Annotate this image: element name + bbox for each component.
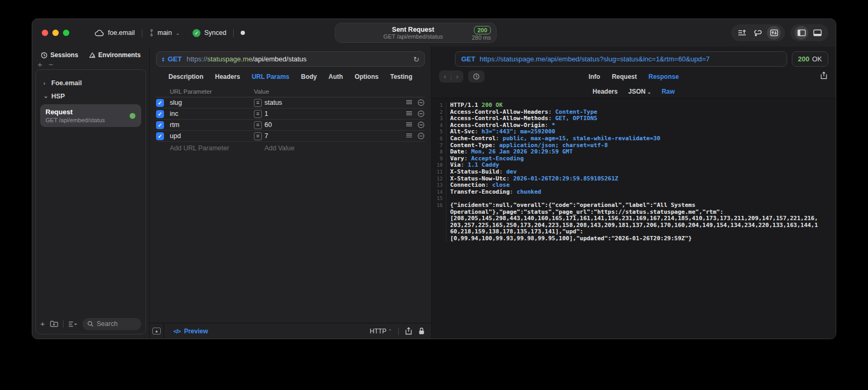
tab-sessions[interactable]: Sessions xyxy=(41,51,78,59)
title-bar: foe.email main ⌄ ✓ Synced Sent Request G… xyxy=(32,19,836,47)
line-number: 9 xyxy=(432,156,446,162)
request-tab-url-params[interactable]: URL Params xyxy=(252,73,289,80)
add-request-button[interactable]: + xyxy=(40,321,45,327)
toggle-sidebar-button[interactable] xyxy=(794,26,808,40)
request-url-bar[interactable]: ▲▼ GET https://statuspage.me/api/embed/s… xyxy=(156,51,425,67)
forward-button[interactable]: › xyxy=(456,72,458,80)
back-button[interactable]: ‹ xyxy=(444,72,446,80)
raw-response-view[interactable]: 1HTTP/1.1 200 OK2Access-Control-Allow-He… xyxy=(432,98,836,339)
chevron-down-icon[interactable]: ⌄ xyxy=(43,93,48,99)
body-tab-headers[interactable]: Headers xyxy=(592,88,617,95)
param-value-field[interactable]: 60 xyxy=(264,121,400,129)
request-tab-testing[interactable]: Testing xyxy=(390,73,413,80)
toggle-bottom-panel-button[interactable] xyxy=(810,26,824,40)
preview-label: Preview xyxy=(184,328,208,335)
response-status-box: 200 OK xyxy=(792,51,829,67)
line-number xyxy=(432,222,446,229)
history-button[interactable] xyxy=(468,70,485,83)
sessions-panel: › Foe.email ⌄ HSP Request GET /api/embed… xyxy=(35,69,146,334)
response-tab-request[interactable]: Request xyxy=(612,73,637,80)
sort-list-icon[interactable] xyxy=(68,321,78,328)
param-checkbox[interactable]: ✓ xyxy=(156,121,164,129)
request-method[interactable]: GET xyxy=(168,55,182,63)
response-tab-response[interactable]: Response xyxy=(648,73,679,80)
column-url-parameter: URL Parameter xyxy=(170,88,254,95)
url-path: /api/embed/status xyxy=(252,55,307,63)
method-stepper-icon[interactable]: ▲▼ xyxy=(161,57,165,62)
tab-environments[interactable]: Environments xyxy=(89,51,141,59)
param-checkbox[interactable]: ✓ xyxy=(156,99,164,107)
reload-icon[interactable]: ↻ xyxy=(413,55,419,64)
protocol-selector[interactable]: HTTP ⌃ xyxy=(370,328,392,335)
app-window: foe.email main ⌄ ✓ Synced Sent Request G… xyxy=(32,19,836,339)
remove-param-icon[interactable] xyxy=(417,110,425,117)
send-receive-button[interactable] xyxy=(767,26,781,40)
param-value-field[interactable]: 7 xyxy=(264,132,400,140)
request-title-pill[interactable]: Sent Request GET /api/embed/status 200 2… xyxy=(335,23,497,43)
remove-session-button[interactable]: − xyxy=(49,61,53,68)
request-tab-body[interactable]: Body xyxy=(301,73,317,80)
param-value-field[interactable]: status xyxy=(264,99,400,106)
branch-icon xyxy=(149,29,154,37)
line-number xyxy=(432,215,446,222)
link-sync-button[interactable] xyxy=(751,26,765,40)
param-value-field[interactable]: 1 xyxy=(264,110,400,117)
param-name-field[interactable]: upd xyxy=(170,132,254,140)
new-folder-icon[interactable] xyxy=(50,320,58,328)
tree-item-foe-email[interactable]: › Foe.email xyxy=(40,76,141,89)
collapse-panel-button[interactable]: ▲ xyxy=(150,323,164,339)
line-number: 7 xyxy=(432,142,446,149)
param-checkbox[interactable]: ✓ xyxy=(156,132,164,140)
protocol-label: HTTP xyxy=(370,328,386,335)
request-tab-headers[interactable]: Headers xyxy=(215,73,240,80)
request-method-path: GET /api/embed/status xyxy=(45,117,136,123)
param-name-field[interactable]: rtm xyxy=(170,121,254,129)
body-tab-json[interactable]: JSON⌄ xyxy=(628,88,651,95)
status-code-badge: 200 xyxy=(474,26,491,34)
request-name: Request xyxy=(45,108,136,116)
lock-icon[interactable] xyxy=(418,327,425,335)
project-name[interactable]: foe.email xyxy=(108,29,135,37)
search-icon xyxy=(87,321,94,327)
sort-export-button[interactable] xyxy=(735,26,749,40)
remove-param-icon[interactable] xyxy=(417,132,425,140)
chevron-right-icon[interactable]: › xyxy=(43,80,48,86)
drag-handle-icon[interactable] xyxy=(406,110,413,116)
request-tree: › Foe.email ⌄ HSP Request GET /api/embed… xyxy=(36,70,145,317)
remove-param-icon[interactable] xyxy=(417,99,425,106)
param-name-field[interactable]: inc xyxy=(170,110,254,117)
tree-label: Foe.email xyxy=(51,79,82,87)
export-response-button[interactable] xyxy=(820,71,827,81)
line-number: 8 xyxy=(432,149,446,156)
body-tab-raw[interactable]: Raw xyxy=(662,88,675,95)
request-editor-panel: ▲▼ GET https://statuspage.me/api/embed/s… xyxy=(149,47,432,339)
param-checkbox[interactable]: ✓ xyxy=(156,110,164,118)
search-input[interactable]: Search xyxy=(83,318,141,330)
param-row: ✓ slug = status xyxy=(156,97,425,108)
preview-button[interactable]: </> Preview xyxy=(173,323,208,339)
code-line: 14Transfer-Encoding: chunked xyxy=(432,189,836,196)
zoom-button[interactable] xyxy=(63,30,69,36)
remove-param-icon[interactable] xyxy=(417,121,425,129)
add-url-parameter-field[interactable]: Add URL Parameter xyxy=(170,144,254,152)
request-tab-auth[interactable]: Auth xyxy=(328,73,343,80)
add-session-button[interactable]: + xyxy=(38,61,42,68)
request-tab-description[interactable]: Description xyxy=(169,73,204,80)
minimize-button[interactable] xyxy=(52,30,59,36)
branch-name[interactable]: main xyxy=(158,29,172,37)
drag-handle-icon[interactable] xyxy=(406,99,413,105)
selected-request-item[interactable]: Request GET /api/embed/status xyxy=(40,104,141,127)
chevron-down-icon[interactable]: ⌄ xyxy=(176,30,180,36)
response-url-box[interactable]: GET https://statuspage.me/api/embed/stat… xyxy=(455,51,787,67)
request-tab-options[interactable]: Options xyxy=(354,73,378,80)
tree-item-hsp[interactable]: ⌄ HSP xyxy=(40,89,141,103)
code-preview-icon: </> xyxy=(173,328,180,334)
sync-status[interactable]: Synced xyxy=(204,29,226,37)
drag-handle-icon[interactable] xyxy=(406,121,413,128)
response-tab-info[interactable]: Info xyxy=(589,73,600,80)
param-name-field[interactable]: slug xyxy=(170,99,254,106)
add-value-field[interactable]: Add Value xyxy=(264,144,425,152)
share-icon[interactable] xyxy=(405,327,412,335)
close-button[interactable] xyxy=(42,30,48,36)
drag-handle-icon[interactable] xyxy=(406,132,413,139)
